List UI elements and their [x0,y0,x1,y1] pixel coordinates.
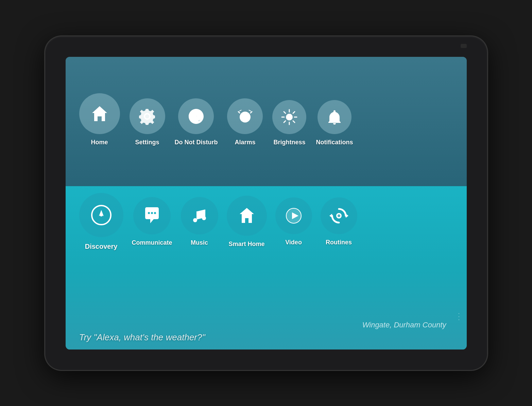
alarms-label: Alarms [235,139,255,146]
svg-point-20 [193,218,197,222]
menu-item-brightness[interactable]: Brightness [272,100,306,146]
svg-marker-28 [329,214,332,218]
svg-point-30 [338,214,340,217]
menu-item-routines[interactable]: Routines [321,197,357,246]
svg-rect-3 [239,110,242,112]
camera [461,44,467,48]
communicate-icon-circle [133,197,171,234]
settings-icon-circle [130,98,165,134]
music-icon-circle [181,197,218,234]
smart-home-label: Smart Home [229,241,265,248]
menu-item-dnd[interactable]: Do Not Disturb [175,98,218,146]
discovery-icon-circle [79,193,123,237]
menu-item-settings[interactable]: Settings [130,98,165,146]
menu-item-notifications[interactable]: Notifications [316,100,353,146]
svg-line-13 [284,121,286,123]
settings-label: Settings [135,139,159,146]
menu-item-video[interactable]: Video [275,197,312,246]
device-frame: Home Settings [45,36,487,370]
menu-item-music[interactable]: Music [181,197,218,246]
menu-item-discovery[interactable]: Discovery [79,193,123,250]
svg-line-12 [293,112,295,113]
svg-marker-27 [346,214,348,218]
routines-label: Routines [326,239,352,246]
notifications-label: Notifications [316,139,353,146]
dnd-label: Do Not Disturb [175,139,218,146]
screen: Home Settings [66,57,467,350]
svg-point-24 [246,214,247,215]
svg-line-11 [293,121,295,123]
music-label: Music [191,239,208,246]
menu-item-smart-home[interactable]: Smart Home [227,196,267,248]
discovery-label: Discovery [85,243,118,250]
notifications-icon-circle [318,100,351,134]
alarms-icon-circle [227,98,263,134]
svg-rect-4 [248,110,251,112]
menu-item-communicate[interactable]: Communicate [132,197,172,246]
brightness-icon-circle [272,100,306,134]
svg-point-16 [100,214,103,216]
menu-item-home[interactable]: Home [79,93,120,146]
more-options[interactable]: ··· [456,313,463,322]
svg-point-5 [286,114,293,120]
brightness-label: Brightness [273,139,305,146]
menu-item-alarms[interactable]: Alarms [227,98,263,146]
dnd-icon-circle [178,98,214,134]
alexa-prompt: Try "Alexa, what's the weather?" [79,332,205,342]
routines-icon-circle [321,197,357,234]
communicate-label: Communicate [132,239,172,246]
home-label: Home [91,139,108,146]
video-label: Video [285,239,302,246]
svg-point-18 [151,212,153,214]
svg-line-10 [284,112,286,113]
home-icon-circle [79,93,120,134]
svg-point-21 [202,216,206,220]
smarthome-icon-circle [227,196,267,236]
bottom-section: Discovery Communicate [66,186,467,350]
video-icon-circle [275,197,312,234]
location-text: Wingate, Durham County [362,317,446,329]
svg-point-19 [154,212,156,214]
svg-rect-2 [244,117,247,118]
top-section: Home Settings [66,57,467,186]
svg-point-17 [148,212,150,214]
